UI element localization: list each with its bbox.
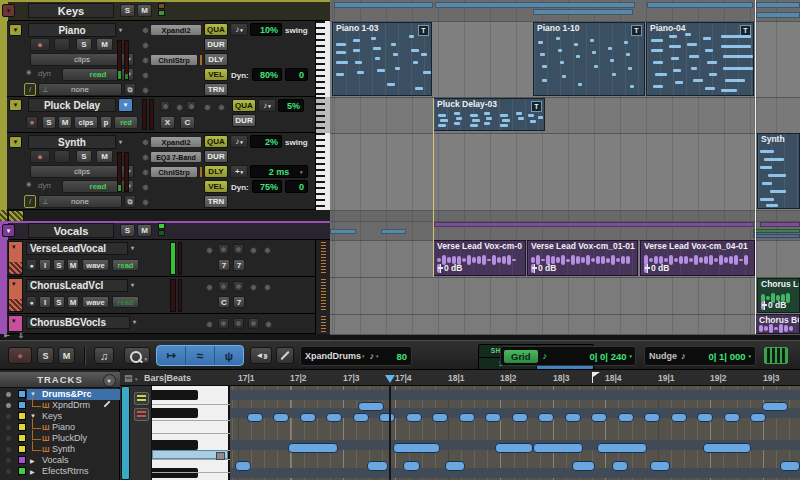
midi-note[interactable] [675, 81, 683, 84]
synth-insert-c-dot[interactable] [142, 169, 149, 176]
synth-mute-button[interactable]: M [96, 150, 113, 163]
black-key[interactable] [152, 408, 198, 418]
midi-note[interactable] [558, 49, 562, 52]
verse-name-dropdown-icon[interactable]: ▾ [131, 244, 134, 251]
pluck-name-dropdown[interactable]: ▾ [118, 98, 133, 112]
midi-note[interactable] [413, 61, 418, 64]
midi-note[interactable] [592, 51, 596, 54]
midi-note[interactable] [578, 83, 582, 86]
note-icon[interactable]: ♪ [370, 351, 375, 361]
verse-mute-button[interactable]: M [67, 259, 79, 271]
midi-note[interactable] [691, 67, 697, 70]
vocals-group-mute-button[interactable]: M [137, 224, 152, 237]
midi-note[interactable] [723, 55, 753, 58]
tracks-list-item-piano[interactable]: ШPiano [0, 422, 120, 433]
chorus-insert-e-dot[interactable] [264, 284, 271, 291]
group-clip-bar[interactable] [756, 12, 800, 18]
clip-verse-lead-vox-cm-04-01[interactable]: Verse Lead Vox-cm_04-010 dB [640, 240, 755, 276]
track-show-dot[interactable] [6, 436, 11, 441]
midi-note[interactable] [750, 413, 766, 422]
zoom-tool-button[interactable]: ▾ [124, 347, 150, 364]
track-color-chip[interactable] [18, 456, 26, 464]
track-color-chip[interactable] [18, 412, 26, 420]
midi-note[interactable] [367, 461, 388, 471]
toolbar-record-button[interactable]: ● [8, 347, 32, 364]
toolbar-mute-button[interactable]: M [58, 347, 75, 364]
grid-note-icon[interactable]: ♪ [543, 351, 548, 361]
playhead[interactable] [755, 0, 756, 334]
chorusbg-insert-c-button[interactable] [233, 318, 244, 329]
tracks-menu-icon[interactable]: ▾ [103, 374, 116, 387]
editor-piano-keyboard[interactable] [152, 386, 230, 480]
pencil-icon[interactable] [103, 400, 110, 407]
synth-insert-c[interactable]: ChnlStrp [150, 166, 198, 178]
pluck-view-selector[interactable]: clps [74, 116, 98, 129]
midi-note[interactable] [391, 43, 396, 46]
midi-note[interactable] [540, 53, 545, 56]
midi-note[interactable] [387, 83, 395, 86]
synth-insert-e-dot[interactable] [142, 199, 149, 206]
chorusbg-insert-b-button[interactable] [218, 318, 229, 329]
midi-note[interactable] [484, 112, 490, 115]
midi-note[interactable] [421, 53, 427, 56]
midi-note[interactable] [454, 122, 460, 125]
piano-quantize-note-icon[interactable]: ♪▾ [230, 23, 248, 36]
synth-output-selector[interactable]: ⊥none [38, 195, 122, 208]
midi-note[interactable] [721, 89, 737, 92]
clip-timebase-badge[interactable]: T [631, 25, 642, 36]
piano-record-button[interactable]: ● [30, 38, 50, 51]
piano-collapse-icon[interactable]: ▾ [9, 24, 22, 36]
pluck-quantize-note-icon[interactable]: ♪▾ [258, 99, 276, 112]
midi-note-button[interactable]: ♫ [94, 347, 114, 364]
verse-solo-button[interactable]: S [53, 259, 65, 271]
midi-note[interactable] [650, 461, 670, 471]
piano-duration-button[interactable]: DUR [204, 38, 228, 51]
default-velocity[interactable]: 80 [396, 351, 407, 362]
track-name[interactable]: XpndDrm [52, 401, 90, 410]
synth-insert-b[interactable]: EQ3 7-Band [150, 151, 202, 163]
midi-note[interactable] [766, 204, 778, 207]
midi-note[interactable] [409, 35, 414, 38]
midi-note[interactable] [459, 413, 475, 422]
clip-gain[interactable]: 0 dB [437, 263, 462, 273]
midi-note[interactable] [500, 114, 508, 117]
piano-quantize-value[interactable]: 10% [250, 23, 282, 36]
midi-editor-ruler[interactable]: ▤ ▾ Bars|Beats 17|117|217|317|418|118|21… [120, 370, 800, 386]
track-color-chip[interactable] [18, 445, 26, 453]
chorusbg-track-tab[interactable]: ▾ [8, 315, 23, 332]
controller-lane-button[interactable] [134, 408, 149, 421]
pluck-insert-c-button[interactable] [186, 101, 196, 111]
chorus-name-dropdown-icon[interactable]: ▾ [131, 281, 134, 288]
midi-note[interactable] [630, 85, 634, 88]
synth-insert-b-dot[interactable] [142, 154, 149, 161]
pluck-record-button[interactable]: ● [26, 116, 38, 129]
track-show-dot[interactable] [6, 392, 11, 397]
piano-insert-c[interactable]: ChnlStrp [150, 54, 198, 66]
midi-note[interactable] [485, 413, 501, 422]
track-name[interactable]: Piano [52, 423, 75, 432]
midi-note[interactable] [764, 158, 784, 161]
midi-note[interactable] [500, 124, 508, 127]
midi-note[interactable] [411, 49, 419, 52]
track-name[interactable]: Keys [42, 412, 62, 421]
midi-note[interactable] [618, 413, 634, 422]
verse-track-name[interactable]: VerseLeadVocal [26, 242, 128, 255]
midi-note[interactable] [723, 67, 753, 70]
piano-mute-button[interactable]: M [96, 38, 113, 51]
piano-pencil-icon[interactable]: / [24, 83, 36, 96]
clip-gain[interactable]: 0 dB [761, 300, 786, 310]
midi-note[interactable] [760, 150, 774, 153]
midi-note[interactable] [512, 413, 528, 422]
highlighted-key[interactable] [152, 450, 228, 459]
midi-note[interactable] [456, 117, 462, 120]
midi-note[interactable] [353, 39, 360, 42]
track-color-chip[interactable] [18, 467, 26, 475]
midi-note[interactable] [768, 174, 786, 177]
group-clip-bar[interactable] [753, 229, 800, 233]
synth-pencil-icon[interactable]: / [24, 195, 36, 208]
pluck-mute-button[interactable]: M [58, 116, 72, 129]
midi-note[interactable] [709, 73, 717, 76]
pluck-insert-e-dot[interactable] [218, 104, 225, 111]
default-instrument-box[interactable]: XpandDrums ▾ ♪ ▾ 80 [300, 346, 412, 366]
midi-note[interactable] [542, 79, 547, 82]
